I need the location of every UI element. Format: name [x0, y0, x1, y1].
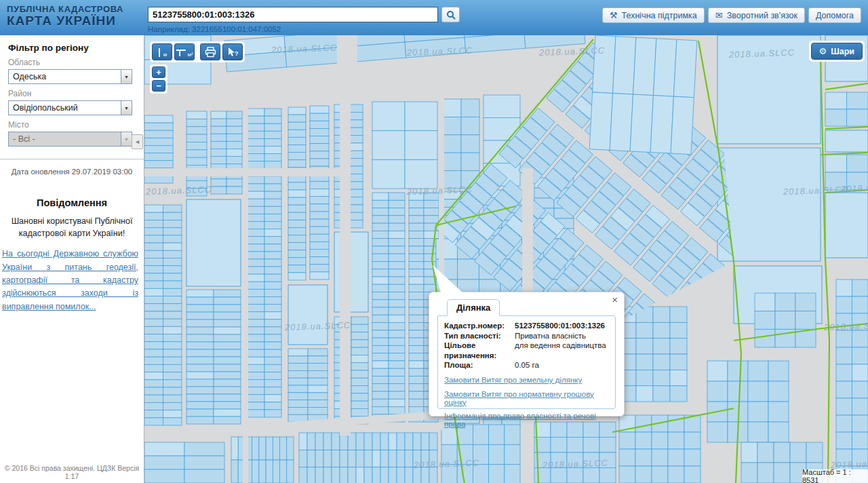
- field-label: Цільове призначення:: [444, 341, 515, 360]
- message-link[interactable]: На сьогодні Державною службою України з …: [2, 248, 138, 313]
- tools-icon: ⚒: [610, 10, 618, 20]
- measure-length-button[interactable]: м: [152, 43, 172, 60]
- map-area[interactable]: 2018.ua.SLCC2018.ua.SLCC2018.ua.SLCC2018…: [144, 35, 868, 483]
- order-extract-parcel-link[interactable]: Замовити Витяг про земельну ділянку: [444, 376, 609, 384]
- collapse-left-icon: ◄: [134, 138, 140, 145]
- popup-content: Кадастр.номер:5123755800:01:003:1326Тип …: [437, 315, 616, 409]
- selected-value: Овідіопольський: [9, 101, 127, 113]
- zoom-in-button[interactable]: +: [152, 66, 165, 78]
- tab-parcel[interactable]: Ділянка: [447, 299, 500, 316]
- select-label-raion: Район: [8, 89, 136, 98]
- logo-line2: КАРТА УКРАЇНИ: [7, 14, 123, 28]
- select-label-misto: Місто: [8, 120, 136, 130]
- logo-line1: ПУБЛІЧНА КАДАСТРОВА: [7, 5, 123, 14]
- field-label: Тип власності:: [444, 331, 515, 341]
- field-value: 0.05 га: [515, 360, 609, 370]
- order-extract-valuation-link[interactable]: Замовити Витяг про нормативну грошову оц…: [444, 390, 609, 406]
- zoom-control: + −: [150, 64, 167, 94]
- public-cadastral-map-app: ПУБЛІЧНА КАДАСТРОВА КАРТА УКРАЇНИ Наприк…: [0, 0, 868, 483]
- chevron-down-icon[interactable]: ▼: [121, 69, 132, 84]
- close-icon[interactable]: ×: [612, 294, 618, 305]
- selected-value: Одеська: [9, 70, 127, 81]
- chevron-down-icon[interactable]: ▼: [121, 100, 132, 115]
- zoom-out-button[interactable]: −: [152, 80, 165, 92]
- measure-area-button[interactable]: м²: [174, 43, 195, 60]
- copyright: © 2016 Всі права захищені. ЦДЗК Версія 1…: [0, 464, 144, 480]
- field-value: Приватна власність: [515, 331, 609, 341]
- filter-title: Фільтр по регіону: [8, 43, 136, 53]
- oblast-select[interactable]: Одеська▼: [8, 69, 127, 84]
- app-logo: ПУБЛІЧНА КАДАСТРОВА КАРТА УКРАЇНИ: [7, 5, 123, 28]
- field-label: Площа:: [444, 360, 515, 370]
- search-input[interactable]: [148, 7, 438, 22]
- search-area: Наприклад: 3221655100:01:047:0052: [148, 7, 438, 33]
- ownership-info-link[interactable]: Інформація про право власності та речові…: [444, 412, 609, 428]
- feedback-button[interactable]: ✉Зворотний зв'язок: [708, 7, 805, 23]
- search-button[interactable]: [441, 7, 460, 22]
- svg-text:?: ?: [235, 50, 239, 57]
- header: ПУБЛІЧНА КАДАСТРОВА КАРТА УКРАЇНИ Наприк…: [0, 0, 868, 35]
- parcel-popup: × Ділянка Кадастр.номер:5123755800:01:00…: [429, 292, 625, 417]
- layers-button[interactable]: ⚙ Шари: [811, 43, 863, 60]
- popup-field-row: Кадастр.номер:5123755800:01:003:1326: [444, 321, 609, 331]
- popup-field-row: Площа:0.05 га: [444, 360, 609, 370]
- gear-icon: ⚙: [819, 46, 827, 56]
- identify-button[interactable]: ?: [222, 43, 243, 60]
- print-button[interactable]: [200, 43, 220, 60]
- update-date: Дата оновлення 29.07.2019 03:00: [0, 168, 144, 176]
- button-label: Допомога: [816, 11, 854, 20]
- print-icon: [205, 47, 216, 58]
- region-filter-panel: Фільтр по регіону ОбластьОдеська▼РайонОв…: [0, 35, 144, 151]
- selected-value: - Всі -: [9, 132, 127, 144]
- layers-button-label: Шари: [831, 47, 854, 56]
- popup-field-row: Цільове призначення:для ведення садівниц…: [444, 341, 609, 360]
- sidebar: Фільтр по регіону ОбластьОдеська▼РайонОв…: [0, 35, 144, 483]
- scale-indicator: Масштаб = 1 : 8531: [802, 469, 868, 483]
- search-icon: [446, 10, 456, 20]
- measure-length-icon: [157, 47, 163, 58]
- identify-cursor-icon: ?: [226, 47, 239, 58]
- layers-control: ⚙ Шари: [809, 41, 865, 62]
- message-text: Шановні користувачі Публічної кадастрово…: [11, 215, 133, 239]
- raion-select[interactable]: Овідіопольський▼: [8, 100, 127, 115]
- measure-area-icon: [176, 47, 186, 58]
- select-label-oblast: Область: [8, 58, 136, 67]
- field-value: 5123755800:01:003:1326: [515, 321, 609, 331]
- misto-select: - Всі -▼: [8, 132, 127, 147]
- field-label: Кадастр.номер:: [444, 321, 515, 331]
- message-title: Повідомлення: [0, 197, 144, 208]
- sidebar-divider: [0, 159, 144, 159]
- map-watermark: 2018.ua.SLCC: [840, 182, 868, 194]
- tech-support-button[interactable]: ⚒Технічна підтримка: [602, 7, 705, 23]
- sidebar-collapse-button[interactable]: ◄: [132, 134, 143, 149]
- help-button[interactable]: Допомога: [808, 7, 861, 23]
- mail-icon: ✉: [715, 10, 723, 20]
- field-value: для ведення садівництва: [515, 341, 609, 360]
- button-label: Технічна підтримка: [622, 11, 697, 20]
- header-buttons: ⚒Технічна підтримка✉Зворотний зв'язокДоп…: [602, 7, 861, 23]
- button-label: Зворотний зв'язок: [727, 11, 797, 20]
- map-watermark: 2018.ua.SLCC: [823, 320, 868, 332]
- chevron-down-icon: ▼: [121, 132, 132, 147]
- map-toolbar: м м² ?: [150, 41, 245, 62]
- search-hint: Наприклад: 3221655100:01:047:0052: [148, 25, 438, 33]
- popup-field-row: Тип власності:Приватна власність: [444, 331, 609, 341]
